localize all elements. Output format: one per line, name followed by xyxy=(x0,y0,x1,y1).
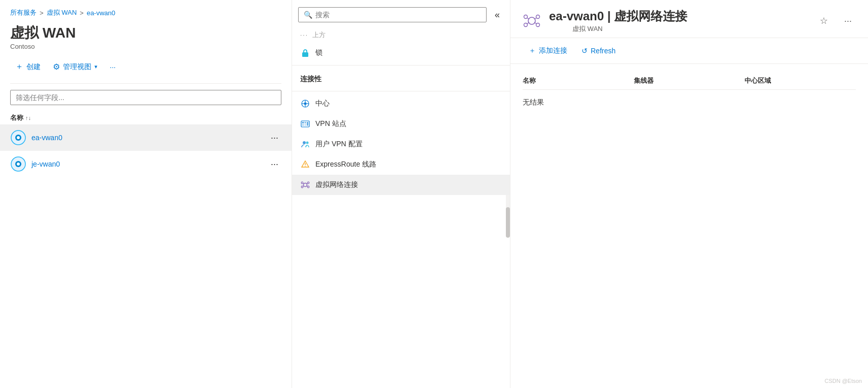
connectivity-divider xyxy=(292,91,510,91)
hub-icon xyxy=(300,99,310,109)
svg-point-19 xyxy=(303,141,306,144)
svg-point-26 xyxy=(307,182,309,184)
sort-icon[interactable]: ↑↓ xyxy=(25,115,31,121)
svg-rect-6 xyxy=(302,52,308,57)
list-item-more-button[interactable]: ··· xyxy=(268,158,281,171)
list-item[interactable]: je-vwan0 ··· xyxy=(0,151,292,177)
lock-icon xyxy=(300,48,310,58)
search-input[interactable] xyxy=(315,11,481,19)
nav-vpn-site-label: VPN 站点 xyxy=(315,119,346,128)
svg-point-24 xyxy=(304,183,307,187)
breadcrumb-virtual-wan[interactable]: 虚拟 WAN xyxy=(47,8,77,17)
refresh-label: Refresh xyxy=(591,47,616,55)
add-connection-label: 添加连接 xyxy=(539,46,567,55)
scrollbar-track xyxy=(506,195,510,225)
search-icon: 🔍 xyxy=(304,11,312,19)
more-options-button[interactable]: ··· xyxy=(840,14,856,28)
empty-result: 无结果 xyxy=(523,90,856,115)
manage-view-label: 管理视图 xyxy=(63,62,91,72)
plus-icon: ＋ xyxy=(15,61,23,72)
favorite-button[interactable]: ☆ xyxy=(816,13,832,28)
column-header: 名称 ↑↓ xyxy=(0,111,292,124)
svg-point-23 xyxy=(305,166,306,167)
right-title: ea-vwan0 | 虚拟网络连接 xyxy=(549,8,808,24)
right-panel: ea-vwan0 | 虚拟网络连接 虚拟 WAN ☆ ··· ＋ 添加连接 ↺ … xyxy=(510,0,868,388)
toolbar-divider xyxy=(10,83,281,84)
svg-point-27 xyxy=(301,186,303,188)
hidden-label: 上方 xyxy=(312,30,326,40)
nav-item-hub[interactable]: 中心 xyxy=(292,93,510,114)
table-header-row: 名称 集线器 中心区域 xyxy=(523,72,856,90)
more-button[interactable]: ··· xyxy=(105,60,121,74)
right-title-block: ea-vwan0 | 虚拟网络连接 虚拟 WAN xyxy=(549,8,808,34)
breadcrumb-all-services[interactable]: 所有服务 xyxy=(10,8,37,17)
right-toolbar: ＋ 添加连接 ↺ Refresh xyxy=(510,38,868,64)
right-header: ea-vwan0 | 虚拟网络连接 虚拟 WAN ☆ ··· xyxy=(510,0,868,38)
dots-icon: ··· xyxy=(300,31,308,39)
svg-point-2 xyxy=(17,136,20,139)
collapse-button[interactable]: « xyxy=(491,8,504,22)
col-header-name: 名称 xyxy=(523,76,634,85)
list-item-more-button[interactable]: ··· xyxy=(268,132,281,144)
nav-item-user-vpn[interactable]: 用户 VPN 配置 xyxy=(292,134,510,154)
search-bar[interactable]: 🔍 xyxy=(298,7,487,22)
filter-input[interactable] xyxy=(10,90,281,105)
right-subtitle: 虚拟 WAN xyxy=(549,24,808,34)
middle-panel: 🔍 « ··· 上方 锁 连接性 xyxy=(292,0,510,388)
add-connection-button[interactable]: ＋ 添加连接 xyxy=(523,43,573,58)
refresh-button[interactable]: ↺ Refresh xyxy=(575,44,622,58)
svg-rect-17 xyxy=(305,124,306,126)
breadcrumb: 所有服务 > 虚拟 WAN > ea-vwan0 xyxy=(0,8,292,21)
col-header-hub: 集线器 xyxy=(634,76,745,85)
breadcrumb-current[interactable]: ea-vwan0 xyxy=(87,9,115,17)
col-name-label: 名称 xyxy=(10,113,23,122)
connectivity-label: 连接性 xyxy=(300,75,322,84)
svg-rect-16 xyxy=(302,124,304,126)
create-button[interactable]: ＋ 创建 xyxy=(10,58,46,75)
nav-vnet-connection-label: 虚拟网络连接 xyxy=(315,180,358,189)
search-bar-wrap: 🔍 « xyxy=(292,0,510,27)
plus-icon: ＋ xyxy=(529,46,536,55)
svg-point-28 xyxy=(307,186,309,188)
svg-point-33 xyxy=(528,17,535,24)
lock-label: 锁 xyxy=(315,48,323,57)
scrollbar-thumb[interactable] xyxy=(506,207,510,238)
manage-view-button[interactable]: ⚙ 管理视图 ▾ xyxy=(48,59,103,75)
more-icon: ··· xyxy=(110,63,116,71)
chevron-down-icon: ▾ xyxy=(94,63,98,70)
filter-wrap xyxy=(0,90,292,111)
left-panel: 所有服务 > 虚拟 WAN > ea-vwan0 虚拟 WAN Contoso … xyxy=(0,0,292,388)
vnet-connection-icon xyxy=(300,180,310,190)
svg-point-5 xyxy=(17,163,20,166)
expressroute-icon xyxy=(300,159,310,170)
list-item[interactable]: ea-vwan0 ··· xyxy=(0,124,292,151)
left-toolbar: ＋ 创建 ⚙ 管理视图 ▾ ··· xyxy=(0,58,292,83)
watermark: CSDN @Etson xyxy=(824,378,862,384)
svg-rect-15 xyxy=(305,122,306,123)
nav-item-vpn-site[interactable]: VPN 站点 xyxy=(292,114,510,134)
breadcrumb-sep1: > xyxy=(40,9,44,17)
refresh-icon: ↺ xyxy=(582,47,588,55)
nav-item-vnet-connection[interactable]: 虚拟网络连接 xyxy=(292,175,510,195)
svg-point-20 xyxy=(306,142,309,144)
nav-user-vpn-label: 用户 VPN 配置 xyxy=(315,140,363,149)
svg-point-25 xyxy=(301,182,303,184)
panel-subtitle: Contoso xyxy=(0,43,292,58)
vwan-icon xyxy=(10,156,26,172)
nav-item-lock[interactable]: 锁 xyxy=(292,43,510,63)
right-title-icon xyxy=(523,12,541,30)
nav-scroll-area xyxy=(292,195,510,225)
svg-rect-18 xyxy=(307,122,308,126)
nav-item-expressroute[interactable]: ExpressRoute 线路 xyxy=(292,154,510,175)
svg-rect-14 xyxy=(302,122,304,123)
connectivity-section-header: 连接性 xyxy=(292,68,510,89)
list-item-name: je-vwan0 xyxy=(31,160,268,168)
resource-list: ea-vwan0 ··· je-vwan0 ··· xyxy=(0,124,292,388)
user-vpn-icon xyxy=(300,139,310,149)
vwan-icon xyxy=(10,130,26,146)
svg-point-8 xyxy=(304,103,307,105)
breadcrumb-sep2: > xyxy=(80,9,84,17)
right-title-text: ea-vwan0 | 虚拟网络连接 xyxy=(549,8,687,24)
col-header-region: 中心区域 xyxy=(745,76,856,85)
gear-icon: ⚙ xyxy=(53,62,60,72)
